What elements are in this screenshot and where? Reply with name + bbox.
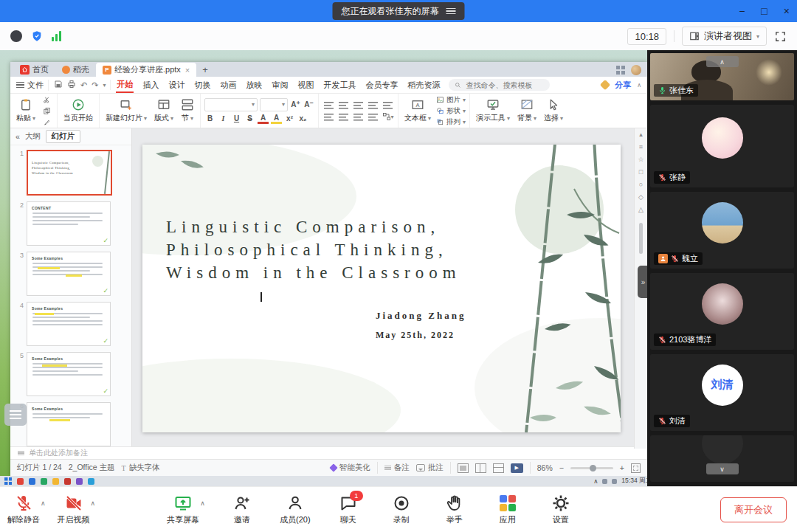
zoom-slider-thumb[interactable] [590, 465, 596, 471]
sidebar-tool-icon[interactable]: □ [639, 168, 643, 176]
menu-member[interactable]: 会员专享 [365, 78, 398, 92]
menu-docer-res[interactable]: 稻壳资源 [407, 78, 441, 92]
panel-collapse-icon[interactable]: « [15, 132, 20, 141]
network-signal-icon[interactable] [52, 31, 61, 41]
fullscreen-button[interactable] [774, 30, 787, 43]
floating-panel-handle[interactable] [4, 404, 27, 426]
menu-slideshow[interactable]: 放映 [245, 78, 263, 92]
undo-icon[interactable]: ↶ [80, 80, 87, 90]
workspace-grid-icon[interactable] [616, 66, 625, 75]
menu-insert[interactable]: 插入 [142, 78, 159, 92]
theme-name[interactable]: 2_Office 主题 [69, 463, 115, 473]
video-options-caret[interactable]: ∧ [91, 500, 96, 507]
subscript-button[interactable]: x₂ [297, 114, 308, 123]
tray-expand-icon[interactable]: ∧ [593, 477, 598, 485]
slide-title[interactable]: Linguistic Comparison, Philosophical Thi… [166, 215, 461, 284]
comments-toggle[interactable]: 批注 [416, 463, 444, 473]
tab-slides[interactable]: 幻灯片 [46, 130, 81, 143]
line-spacing-icon[interactable] [382, 100, 394, 110]
participant-tile[interactable]: 刘清 刘清 [650, 354, 794, 431]
textbox-button[interactable]: A 文本框▾ [402, 97, 433, 124]
scroll-participants-down-button[interactable]: ∨ [706, 463, 739, 474]
unmute-button[interactable]: 解除静音 [7, 494, 40, 525]
taskbar-app-icon[interactable] [52, 478, 59, 485]
participant-tile-speaker[interactable]: ∧ 张佳东 [650, 53, 794, 100]
leave-meeting-button[interactable]: 离开会议 [720, 497, 787, 522]
windows-start-icon[interactable] [4, 477, 12, 485]
justify-icon[interactable] [367, 112, 379, 122]
zoom-slider[interactable] [570, 467, 613, 469]
taskbar-app-icon[interactable] [17, 478, 24, 485]
raise-hand-button[interactable]: 举手 [438, 494, 471, 525]
sidebar-tool-icon[interactable]: ≡ [639, 143, 643, 151]
wps-docer-tab[interactable]: 稻壳 [55, 63, 96, 77]
numbered-list-icon[interactable] [337, 100, 350, 110]
scrollbar-thumb[interactable] [639, 223, 643, 254]
banner-menu-icon[interactable] [446, 8, 456, 15]
missing-font-warning[interactable]: T 缺失字体 [122, 463, 160, 473]
menu-design[interactable]: 设计 [168, 78, 185, 92]
redo-icon[interactable]: ↷ [92, 80, 98, 90]
bold-button[interactable]: B [204, 114, 215, 123]
security-shield-icon[interactable] [31, 30, 43, 42]
audio-options-caret[interactable]: ∧ [41, 500, 46, 507]
slide-thumbnail-3[interactable]: Some Examples ✓ [27, 252, 111, 296]
share-button[interactable]: 分享 [615, 80, 631, 91]
taskbar-app-icon[interactable] [88, 478, 94, 485]
qat-caret[interactable]: ▾ [103, 82, 106, 89]
collapse-strip-up-button[interactable]: ∧ [706, 56, 739, 67]
hide-sidebar-button[interactable]: » [638, 266, 647, 298]
slide-author-block[interactable]: Jiadong Zhang May 25th, 2022 [376, 310, 466, 341]
menu-view[interactable]: 视图 [297, 78, 314, 92]
apps-button[interactable]: 应用 [491, 494, 524, 525]
sidebar-tool-icon[interactable]: ☆ [638, 156, 644, 163]
start-video-button[interactable]: 开启视频 [58, 494, 90, 525]
maximize-button[interactable]: □ [761, 5, 767, 17]
highlight-button[interactable]: A [271, 114, 282, 124]
wps-document-tab[interactable]: P 经验分享讲座.pptx × [96, 63, 196, 77]
slide-thumbnail-1[interactable]: Linguistic Comparison,Philosophical Thin… [27, 150, 112, 196]
notes-toggle[interactable]: 备注 [384, 463, 410, 473]
member-gem-icon[interactable] [600, 80, 610, 90]
view-normal-icon[interactable] [458, 463, 469, 473]
font-color-button[interactable]: A [258, 114, 269, 124]
file-menu[interactable]: 文件 [16, 80, 49, 91]
layout-button[interactable]: 版式▾ [152, 97, 176, 124]
picture-button[interactable]: 图片▾ [436, 95, 466, 105]
search-input[interactable] [464, 80, 544, 90]
slide-thumbnail-5[interactable]: Some Examples ✓ [27, 352, 111, 396]
participant-tile-partial[interactable]: ∨ [650, 435, 794, 482]
font-family-select[interactable]: ▾ [204, 98, 258, 111]
slideshow-play-button[interactable]: ▶ [511, 463, 523, 473]
chat-button[interactable]: 1 聊天 [332, 494, 365, 525]
view-sorter-icon[interactable] [475, 463, 486, 473]
sidebar-tool-icon[interactable]: ○ [639, 181, 643, 188]
arrange-button[interactable]: 排列▾ [436, 117, 466, 127]
align-right-icon[interactable] [352, 112, 365, 122]
slide-thumbnail-4[interactable]: Some Examples ✓ [27, 302, 111, 346]
section-button[interactable]: 节▾ [179, 97, 196, 124]
members-button[interactable]: 成员(20) [279, 494, 311, 525]
align-center-icon[interactable] [337, 112, 350, 122]
share-screen-button[interactable]: 共享屏幕 [167, 494, 199, 525]
menu-review[interactable]: 审阅 [271, 78, 289, 92]
background-button[interactable]: 背景▾ [515, 97, 539, 124]
zoom-out-button[interactable]: − [559, 463, 564, 472]
participant-tile[interactable]: 2103骆博洋 [650, 273, 794, 350]
collapse-ribbon-caret[interactable]: ∧ [637, 82, 641, 89]
tab-outline[interactable]: 大纲 [25, 131, 41, 142]
print-icon[interactable] [67, 80, 76, 90]
new-document-button[interactable]: + [202, 65, 208, 75]
menu-home[interactable]: 开始 [116, 77, 134, 93]
italic-button[interactable]: I [218, 114, 229, 123]
copy-button[interactable] [41, 106, 53, 116]
taskbar-app-icon[interactable] [76, 478, 83, 485]
meeting-info-icon[interactable] [10, 30, 22, 42]
record-button[interactable]: 录制 [385, 494, 418, 525]
shrink-font-button[interactable]: A⁻ [303, 100, 314, 109]
close-button[interactable]: × [784, 5, 790, 17]
close-document-icon[interactable]: × [185, 66, 190, 75]
invite-button[interactable]: 邀请 [226, 494, 258, 525]
zoom-level[interactable]: 86% [537, 463, 553, 472]
tray-icon[interactable] [602, 479, 607, 484]
